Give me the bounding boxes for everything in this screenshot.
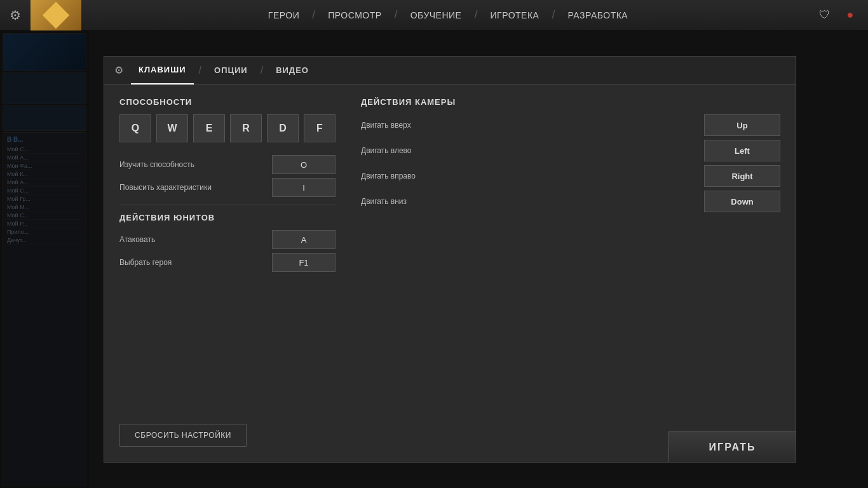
ability-key-d[interactable]: D [267,114,299,142]
camera-right-key[interactable]: Right [704,165,780,187]
ability-key-w[interactable]: W [156,114,188,142]
nav-item-library[interactable]: Игротека [477,0,552,30]
tab-keys[interactable]: КЛАВИШИ [131,57,194,85]
shield-icon-btn[interactable]: 🛡 [815,5,835,25]
learn-ability-row: Изучить способность O [119,155,336,174]
select-hero-row: Выбрать героя F1 [119,253,336,272]
camera-down-label: Двигать вниз [361,197,704,206]
attack-key[interactable]: A [272,230,336,249]
ability-key-r[interactable]: R [230,114,262,142]
upgrade-stat-label: Повысить характеристики [119,183,272,192]
ability-key-f[interactable]: F [304,114,336,142]
section-divider-1 [119,205,336,205]
main-area: B В... Мой С... Мой А... Мои Фа... Мой К… [0,30,868,488]
camera-down-row: Двигать вниз Down [361,191,780,212]
camera-down-key[interactable]: Down [704,191,780,212]
upgrade-stat-row: Повысить характеристики I [119,178,336,197]
tab-sep-1: / [199,65,201,76]
reset-button[interactable]: Сбросить настройки [119,424,247,447]
tab-sep-2: / [261,65,263,76]
settings-header: ⚙ КЛАВИШИ / ОПЦИИ / ВИДЕО [104,57,796,85]
settings-left-col: Способности Q W E R D F Изучить способно… [119,97,336,276]
settings-nav-icon[interactable]: ⚙ [0,0,31,30]
settings-right-col: ДЕЙСТВИЯ КАМЕРЫ Двигать вверх Up Двигать… [361,97,780,276]
camera-right-label: Двигать вправо [361,172,704,180]
nav-items: Герои / Просмотр / Обучение / Игротека /… [81,0,815,30]
play-button[interactable]: ИГРАТЬ [668,431,796,462]
camera-up-row: Двигать вверх Up [361,114,780,136]
camera-right-row: Двигать вправо Right [361,165,780,187]
nav-item-dev[interactable]: Разработка [555,0,641,30]
tab-video[interactable]: ВИДЕО [268,57,316,85]
camera-up-label: Двигать вверх [361,121,704,130]
ability-key-e[interactable]: E [193,114,225,142]
abilities-section-title: Способности [119,97,336,107]
select-hero-label: Выбрать героя [119,258,272,267]
learn-ability-key[interactable]: O [272,155,336,174]
nav-item-learn[interactable]: Обучение [398,0,475,30]
top-nav: ⚙ Герои / Просмотр / Обучение / Игротека… [0,0,868,30]
nav-logo[interactable] [31,0,81,30]
camera-left-row: Двигать влево Left [361,140,780,161]
attack-label: Атаковать [119,235,272,244]
nav-right: 🛡 ● [815,5,868,25]
learn-ability-label: Изучить способность [119,160,272,169]
camera-left-key[interactable]: Left [704,140,780,161]
gear-icon: ⚙ [10,8,21,23]
camera-left-label: Двигать влево [361,146,704,155]
unit-actions-title: ДЕЙСТВИЯ ЮНИТОВ [119,213,336,222]
red-icon-btn[interactable]: ● [840,5,860,25]
nav-item-review[interactable]: Просмотр [315,0,394,30]
nav-item-heroes[interactable]: Герои [255,0,312,30]
modal-overlay: ⚙ КЛАВИШИ / ОПЦИИ / ВИДЕО Способности Q … [0,30,868,488]
settings-gear-icon: ⚙ [114,64,123,76]
settings-content: Способности Q W E R D F Изучить способно… [104,85,796,288]
settings-modal: ⚙ КЛАВИШИ / ОПЦИИ / ВИДЕО Способности Q … [104,56,796,463]
upgrade-stat-key[interactable]: I [272,178,336,197]
camera-up-key[interactable]: Up [704,114,780,136]
dota-logo [43,1,69,28]
ability-keys-row: Q W E R D F [119,114,336,142]
tab-options[interactable]: ОПЦИИ [207,57,255,85]
attack-row: Атаковать A [119,230,336,249]
ability-key-q[interactable]: Q [119,114,151,142]
camera-actions-title: ДЕЙСТВИЯ КАМЕРЫ [361,97,780,107]
select-hero-key[interactable]: F1 [272,253,336,272]
